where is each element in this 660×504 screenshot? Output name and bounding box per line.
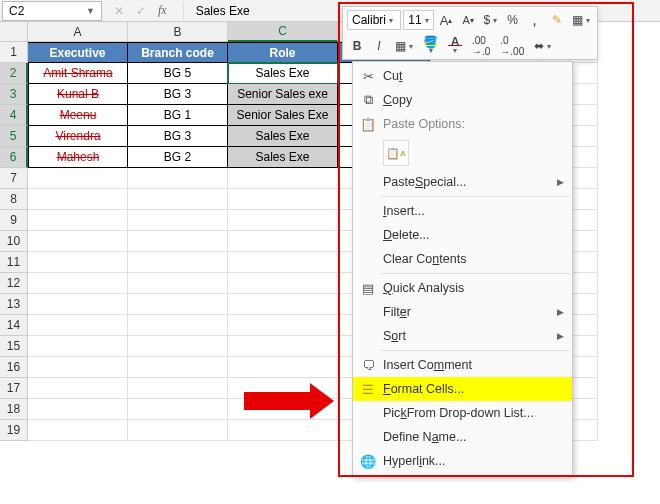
row-header[interactable]: 16 — [0, 357, 28, 378]
italic-button[interactable]: I — [369, 36, 389, 56]
menu-insert-comment[interactable]: 🗨Insert Comment — [353, 353, 572, 377]
cell-role[interactable]: Sales Exe — [228, 126, 338, 147]
fx-icon[interactable]: fx — [158, 3, 167, 18]
bold-button[interactable]: B — [347, 36, 367, 56]
paste-option-chip[interactable]: 📋A — [383, 140, 409, 166]
accept-icon: ✓ — [136, 4, 146, 18]
row-header[interactable]: 8 — [0, 189, 28, 210]
quick-analysis-icon: ▤ — [359, 281, 377, 296]
font-selector[interactable]: Calibri▾ — [347, 10, 401, 30]
comma-format-icon[interactable]: , — [525, 10, 545, 30]
cell-branch[interactable]: BG 1 — [128, 105, 228, 126]
row-header[interactable]: 9 — [0, 210, 28, 231]
cell-executive[interactable]: Meenu — [28, 105, 128, 126]
row-header[interactable]: 18 — [0, 399, 28, 420]
row-header[interactable]: 3 — [0, 84, 28, 105]
row-header[interactable]: 17 — [0, 378, 28, 399]
decrease-font-icon[interactable]: A▾ — [458, 10, 478, 30]
name-box-dropdown-icon[interactable]: ▼ — [86, 6, 95, 16]
menu-quick-analysis[interactable]: ▤Quick Analysis — [353, 276, 572, 300]
callout-arrow — [244, 383, 334, 419]
cell-executive[interactable]: Mahesh — [28, 147, 128, 168]
cell-executive[interactable]: Amit Shrama — [28, 63, 128, 84]
cell-role[interactable]: Sales Exe — [228, 147, 338, 168]
paste-icon: 📋 — [359, 117, 377, 132]
accounting-format-icon[interactable]: $▾ — [480, 10, 501, 30]
row-header[interactable]: 15 — [0, 336, 28, 357]
menu-copy[interactable]: ⧉Copy — [353, 88, 572, 112]
cell-role[interactable]: Senior Sales exe — [228, 84, 338, 105]
format-painter-icon[interactable]: ✎ — [547, 10, 567, 30]
cell-reference: C2 — [9, 4, 24, 18]
row-header[interactable]: 1 — [0, 42, 28, 63]
table-header[interactable]: Executive — [28, 42, 128, 63]
cancel-icon: ✕ — [114, 4, 124, 18]
menu-format-cells[interactable]: ☰Format Cells... — [353, 377, 572, 401]
conditional-format-icon[interactable]: ▦▾ — [569, 10, 593, 30]
menu-delete[interactable]: Delete... — [353, 223, 572, 247]
col-header[interactable]: B — [128, 22, 228, 42]
row-header[interactable]: 19 — [0, 420, 28, 441]
menu-hyperlink[interactable]: 🌐Hyperlink... — [353, 449, 572, 473]
merge-center-icon[interactable]: ⬌▾ — [530, 36, 555, 56]
row-header[interactable]: 12 — [0, 273, 28, 294]
font-size-selector[interactable]: 11▾ — [403, 10, 434, 30]
cell-role[interactable]: Senior Sales Exe — [228, 105, 338, 126]
row-header[interactable]: 2 — [0, 63, 28, 84]
cut-icon: ✂ — [359, 69, 377, 84]
menu-paste-special[interactable]: Paste Special... — [353, 170, 572, 194]
menu-cut[interactable]: ✂Cut — [353, 64, 572, 88]
format-cells-icon: ☰ — [359, 382, 377, 397]
menu-define-name[interactable]: Define Name... — [353, 425, 572, 449]
cell-branch[interactable]: BG 3 — [128, 84, 228, 105]
table-header[interactable]: Role — [228, 42, 338, 63]
row-header[interactable]: 6 — [0, 147, 28, 168]
cell-branch[interactable]: BG 3 — [128, 126, 228, 147]
font-color-icon[interactable]: A▾ — [444, 36, 466, 56]
row-header[interactable]: 5 — [0, 126, 28, 147]
percent-format-icon[interactable]: % — [503, 10, 523, 30]
cell-branch[interactable]: BG 5 — [128, 63, 228, 84]
table-header[interactable]: Branch code — [128, 42, 228, 63]
row-header[interactable]: 14 — [0, 315, 28, 336]
context-menu: ✂Cut ⧉Copy 📋Paste Options: 📋A Paste Spec… — [352, 61, 573, 476]
menu-sort[interactable]: Sort — [353, 324, 572, 348]
copy-icon: ⧉ — [359, 92, 377, 108]
menu-clear-contents[interactable]: Clear Contents — [353, 247, 572, 271]
menu-filter[interactable]: Filter — [353, 300, 572, 324]
name-box[interactable]: C2 ▼ — [2, 1, 102, 21]
menu-insert[interactable]: Insert... — [353, 199, 572, 223]
cell-executive[interactable]: Kunal B — [28, 84, 128, 105]
row-header[interactable]: 11 — [0, 252, 28, 273]
row-header[interactable]: 4 — [0, 105, 28, 126]
comment-icon: 🗨 — [359, 358, 377, 373]
border-icon[interactable]: ▦▾ — [391, 36, 417, 56]
increase-font-icon[interactable]: A▴ — [436, 10, 456, 30]
menu-paste-options: 📋Paste Options: — [353, 112, 572, 136]
cell-executive[interactable]: Virendra — [28, 126, 128, 147]
cell-branch[interactable]: BG 2 — [128, 147, 228, 168]
fill-color-icon[interactable]: 🪣▾ — [419, 36, 442, 56]
formula-value[interactable]: Sales Exe — [188, 4, 250, 18]
menu-pick-from-list[interactable]: Pick From Drop-down List... — [353, 401, 572, 425]
hyperlink-icon: 🌐 — [359, 454, 377, 469]
cell-role[interactable]: Sales Exe — [228, 63, 338, 84]
decrease-decimal-icon[interactable]: .0→.00 — [496, 36, 528, 56]
mini-toolbar: Calibri▾ 11▾ A▴ A▾ $▾ % , ✎ ▦▾ B I ▦▾ 🪣▾… — [342, 6, 598, 60]
row-header[interactable]: 10 — [0, 231, 28, 252]
increase-decimal-icon[interactable]: .00→.0 — [468, 36, 494, 56]
col-header[interactable]: A — [28, 22, 128, 42]
col-header[interactable]: C — [228, 22, 338, 42]
select-all-corner[interactable] — [0, 22, 28, 42]
row-header[interactable]: 7 — [0, 168, 28, 189]
row-header[interactable]: 13 — [0, 294, 28, 315]
